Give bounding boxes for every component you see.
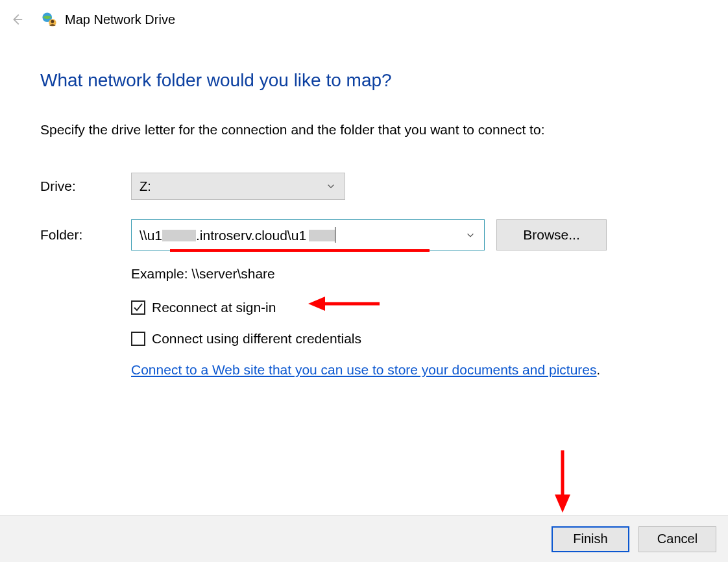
drive-select[interactable]: Z: [131, 173, 345, 200]
window-title: Map Network Drive [65, 12, 175, 27]
network-drive-icon [40, 10, 58, 29]
drive-label: Drive: [40, 178, 131, 194]
annotation-underline [170, 249, 430, 252]
drive-value: Z: [140, 179, 151, 194]
credentials-checkbox-row[interactable]: Connect using different credentials [131, 331, 696, 347]
folder-row: Folder: \\u1.introserv.cloud\u1 Browse..… [40, 219, 696, 250]
redacted-text [309, 230, 335, 241]
connect-website-link[interactable]: Connect to a Web site that you can use t… [131, 362, 597, 377]
back-button[interactable] [8, 10, 26, 29]
example-text: Example: \\server\share [131, 266, 696, 282]
folder-value: \\u1.introserv.cloud\u1 [140, 227, 335, 243]
titlebar: Map Network Drive [0, 0, 728, 31]
browse-button-label: Browse... [523, 227, 580, 243]
instruction-text: Specify the drive letter for the connect… [40, 122, 696, 138]
text-caret [335, 227, 335, 243]
credentials-label: Connect using different credentials [152, 331, 361, 347]
link-row: Connect to a Web site that you can use t… [131, 362, 696, 378]
redacted-text [162, 230, 196, 241]
chevron-down-icon [466, 227, 475, 243]
reconnect-checkbox-row[interactable]: Reconnect at sign-in [131, 300, 696, 315]
folder-combobox[interactable]: \\u1.introserv.cloud\u1 [131, 219, 485, 250]
chevron-down-icon [326, 179, 335, 194]
link-suffix: . [597, 363, 601, 377]
finish-button-label: Finish [573, 531, 607, 546]
reconnect-label: Reconnect at sign-in [152, 300, 276, 315]
svg-marker-6 [555, 495, 570, 513]
dialog-footer: Finish Cancel [0, 515, 728, 562]
finish-button[interactable]: Finish [552, 526, 629, 552]
checkbox-icon [131, 332, 145, 346]
checkbox-icon [131, 300, 145, 315]
page-heading: What network folder would you like to ma… [40, 70, 696, 91]
browse-button[interactable]: Browse... [496, 219, 607, 250]
annotation-arrow-down [553, 450, 572, 513]
cancel-button-label: Cancel [657, 531, 698, 546]
folder-label: Folder: [40, 227, 131, 243]
arrow-left-icon [10, 12, 24, 27]
svg-point-2 [51, 20, 54, 23]
details-column: Example: \\server\share Reconnect at sig… [131, 266, 696, 378]
drive-row: Drive: Z: [40, 173, 696, 200]
dialog-content: What network folder would you like to ma… [0, 31, 728, 378]
cancel-button[interactable]: Cancel [638, 526, 716, 552]
